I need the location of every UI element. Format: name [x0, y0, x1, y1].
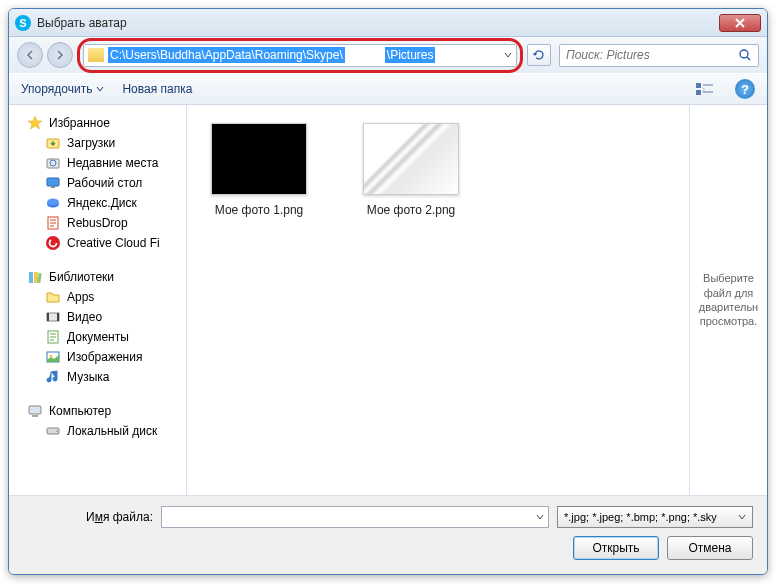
svg-rect-14 — [34, 272, 38, 283]
favorites-label: Избранное — [49, 116, 110, 130]
music-icon — [45, 369, 61, 385]
skype-icon: S — [15, 15, 31, 31]
filter-dropdown[interactable] — [738, 511, 746, 523]
preview-placeholder: Выберите файл для дварительн просмотра. — [698, 271, 759, 328]
svg-point-0 — [740, 50, 748, 58]
rebus-icon — [45, 215, 61, 231]
address-bar-wrap: C:\Users\Buddha\AppData\Roaming\Skype\ \… — [83, 44, 517, 67]
svg-rect-7 — [51, 186, 55, 188]
content-area: Мое фото 1.png Мое фото 2.png Выберите ф… — [187, 105, 767, 495]
libraries-section: Библиотеки Apps Видео Документы Изображе… — [9, 267, 186, 387]
yadisk-icon — [45, 195, 61, 211]
open-button[interactable]: Открыть — [573, 536, 659, 560]
computer-section: Компьютер Локальный диск — [9, 401, 186, 441]
toolbar: Упорядочить Новая папка ? — [9, 73, 767, 105]
file-item-2[interactable]: Мое фото 2.png — [351, 123, 471, 217]
svg-point-11 — [46, 236, 60, 250]
chevron-down-icon — [504, 51, 512, 59]
svg-rect-2 — [696, 90, 701, 95]
body: Избранное Загрузки Недавние места Рабочи… — [9, 105, 767, 495]
sidebar-item-apps[interactable]: Apps — [9, 287, 186, 307]
file-list[interactable]: Мое фото 1.png Мое фото 2.png — [187, 105, 689, 495]
sidebar-item-cc[interactable]: Creative Cloud Fi — [9, 233, 186, 253]
cancel-button[interactable]: Отмена — [667, 536, 753, 560]
search-input[interactable] — [566, 48, 738, 62]
address-bar[interactable]: C:\Users\Buddha\AppData\Roaming\Skype\ \… — [83, 44, 517, 67]
forward-button[interactable] — [47, 42, 73, 68]
filename-input[interactable] — [161, 506, 549, 528]
sidebar-item-video[interactable]: Видео — [9, 307, 186, 327]
file-name-1: Мое фото 1.png — [199, 203, 319, 217]
download-icon — [45, 135, 61, 151]
computer-icon — [27, 403, 43, 419]
organize-label: Упорядочить — [21, 82, 92, 96]
sidebar: Избранное Загрузки Недавние места Рабочи… — [9, 105, 187, 495]
svg-rect-6 — [47, 178, 59, 186]
file-item-1[interactable]: Мое фото 1.png — [199, 123, 319, 217]
thumbnail-2 — [363, 123, 459, 195]
computer-label: Компьютер — [49, 404, 111, 418]
folder-icon — [88, 48, 104, 62]
libraries-header[interactable]: Библиотеки — [9, 267, 186, 287]
address-path-1: C:\Users\Buddha\AppData\Roaming\Skype\ — [108, 47, 345, 63]
sidebar-item-downloads[interactable]: Загрузки — [9, 133, 186, 153]
filename-dropdown[interactable] — [536, 510, 544, 524]
address-dropdown[interactable] — [504, 48, 512, 62]
svg-rect-22 — [29, 406, 41, 414]
libraries-label: Библиотеки — [49, 270, 114, 284]
sidebar-item-rebus[interactable]: RebusDrop — [9, 213, 186, 233]
navbar: C:\Users\Buddha\AppData\Roaming\Skype\ \… — [9, 37, 767, 73]
favorites-header[interactable]: Избранное — [9, 113, 186, 133]
chevron-down-icon — [738, 513, 746, 521]
sidebar-item-recent[interactable]: Недавние места — [9, 153, 186, 173]
footer: Имя файла: *.jpg; *.jpeg; *.bmp; *.png; … — [9, 495, 767, 574]
folder-icon — [45, 289, 61, 305]
address-path-2: \Pictures — [385, 47, 436, 63]
video-icon — [45, 309, 61, 325]
chevron-down-icon — [96, 85, 104, 93]
sidebar-item-desktop[interactable]: Рабочий стол — [9, 173, 186, 193]
filename-label: Имя файла: — [23, 510, 153, 524]
sidebar-item-docs[interactable]: Документы — [9, 327, 186, 347]
filter-text: *.jpg; *.jpeg; *.bmp; *.png; *.sky — [564, 511, 717, 523]
star-icon — [27, 115, 43, 131]
svg-rect-23 — [32, 415, 38, 417]
arrow-left-icon — [24, 49, 36, 61]
sidebar-item-localdisk[interactable]: Локальный диск — [9, 421, 186, 441]
sidebar-item-images[interactable]: Изображения — [9, 347, 186, 367]
close-icon — [735, 18, 745, 28]
organize-menu[interactable]: Упорядочить — [21, 82, 104, 96]
desktop-icon — [45, 175, 61, 191]
libraries-icon — [27, 269, 43, 285]
titlebar: S Выбрать аватар — [9, 9, 767, 37]
refresh-icon — [532, 48, 546, 62]
file-name-2: Мое фото 2.png — [351, 203, 471, 217]
docs-icon — [45, 329, 61, 345]
new-folder-button[interactable]: Новая папка — [122, 82, 192, 96]
sidebar-item-yandex[interactable]: Яндекс.Диск — [9, 193, 186, 213]
images-icon — [45, 349, 61, 365]
svg-rect-18 — [57, 313, 59, 321]
new-folder-label: Новая папка — [122, 82, 192, 96]
svg-rect-1 — [696, 83, 701, 88]
disk-icon — [45, 423, 61, 439]
thumbnail-1 — [211, 123, 307, 195]
arrow-right-icon — [54, 49, 66, 61]
back-button[interactable] — [17, 42, 43, 68]
close-button[interactable] — [719, 14, 761, 32]
filetype-filter[interactable]: *.jpg; *.jpeg; *.bmp; *.png; *.sky — [557, 506, 753, 528]
sidebar-item-music[interactable]: Музыка — [9, 367, 186, 387]
svg-point-9 — [47, 199, 59, 206]
help-button[interactable]: ? — [735, 79, 755, 99]
view-icon — [695, 82, 715, 96]
svg-rect-13 — [29, 272, 33, 283]
refresh-button[interactable] — [527, 44, 551, 66]
recent-icon — [45, 155, 61, 171]
svg-rect-17 — [47, 313, 49, 321]
computer-header[interactable]: Компьютер — [9, 401, 186, 421]
chevron-down-icon — [536, 513, 544, 521]
file-dialog-window: S Выбрать аватар C:\Users\Buddha\AppData… — [8, 8, 768, 575]
preview-pane: Выберите файл для дварительн просмотра. — [689, 105, 767, 495]
search-box[interactable] — [559, 44, 759, 67]
view-options-button[interactable] — [693, 78, 717, 100]
